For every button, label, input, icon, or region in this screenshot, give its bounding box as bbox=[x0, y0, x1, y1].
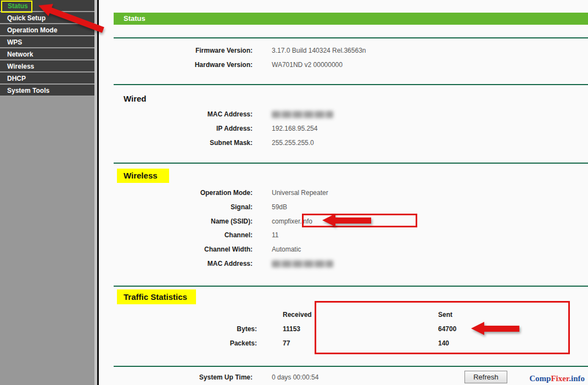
field-row-ssid: Name (SSID): compfixer.info bbox=[114, 217, 588, 226]
blurred-mac-address bbox=[272, 260, 333, 267]
logo-part: Fixer bbox=[551, 374, 569, 383]
page-title: Status bbox=[124, 14, 145, 23]
page-title-bar: Status bbox=[114, 13, 588, 25]
section-divider bbox=[114, 84, 588, 85]
field-value-blurred bbox=[272, 110, 333, 118]
traffic-row-packets: Packets: 77 140 bbox=[99, 339, 588, 348]
refresh-button[interactable]: Refresh bbox=[464, 371, 507, 383]
sidebar-item-status[interactable]: Status bbox=[0, 0, 94, 12]
field-value: compfixer.info bbox=[272, 217, 312, 225]
main-content: Status Firmware Version: 3.17.0 Build 14… bbox=[99, 0, 588, 385]
field-row-signal: Signal: 59dB bbox=[114, 203, 588, 212]
field-row-subnet: Subnet Mask: 255.255.255.0 bbox=[114, 139, 588, 148]
logo-part: Comp bbox=[529, 374, 551, 383]
traffic-col-sent: Sent bbox=[438, 311, 452, 319]
sidebar-item-operation-mode[interactable]: Operation Mode bbox=[0, 24, 94, 36]
field-row-wired-mac: MAC Address: bbox=[114, 110, 588, 119]
wired-section-title: Wired bbox=[124, 94, 147, 103]
field-row-ip: IP Address: 192.168.95.254 bbox=[114, 125, 588, 133]
traffic-header-row: Received Sent bbox=[99, 311, 588, 320]
logo-part: .info bbox=[569, 374, 585, 383]
sidebar-item-label: WPS bbox=[7, 38, 22, 46]
sidebar-item-network[interactable]: Network bbox=[0, 48, 94, 60]
traffic-bytes-sent: 64700 bbox=[438, 325, 456, 333]
sidebar-item-label: Status bbox=[8, 2, 28, 10]
traffic-col-received: Received bbox=[283, 311, 312, 319]
field-row-channel: Channel: 11 bbox=[114, 231, 588, 240]
field-value: 59dB bbox=[272, 203, 287, 211]
field-value: Automatic bbox=[272, 245, 301, 253]
sidebar-item-label: Wireless bbox=[7, 63, 34, 70]
field-value-blurred bbox=[272, 260, 333, 267]
traffic-packets-received: 77 bbox=[283, 339, 290, 347]
field-row-wireless-mac: MAC Address: bbox=[114, 260, 588, 269]
field-value: Universal Repeater bbox=[272, 189, 328, 197]
field-label: MAC Address: bbox=[114, 260, 253, 267]
field-label: IP Address: bbox=[114, 125, 253, 132]
sidebar-item-wireless[interactable]: Wireless bbox=[0, 60, 94, 72]
field-label: Channel Width: bbox=[114, 245, 253, 253]
section-divider bbox=[114, 366, 588, 367]
field-value: 3.17.0 Build 140324 Rel.36563n bbox=[272, 47, 366, 54]
field-row-hardware: Hardware Version: WA701ND v2 00000000 bbox=[114, 61, 588, 70]
traffic-row-bytes: Bytes: 11153 64700 bbox=[99, 325, 588, 334]
section-divider bbox=[114, 163, 588, 164]
field-row-uptime: System Up Time: 0 days 00:00:54 bbox=[114, 373, 588, 382]
sidebar-item-label: DHCP bbox=[7, 75, 26, 82]
field-row-firmware: Firmware Version: 3.17.0 Build 140324 Re… bbox=[114, 47, 588, 55]
sidebar-item-dhcp[interactable]: DHCP bbox=[0, 72, 94, 85]
field-label: Signal: bbox=[114, 203, 253, 211]
field-label: Channel: bbox=[114, 231, 253, 239]
field-label: Subnet Mask: bbox=[114, 139, 253, 147]
field-label: Name (SSID): bbox=[114, 217, 253, 225]
field-label: Hardware Version: bbox=[114, 61, 253, 69]
sidebar-item-wps[interactable]: WPS bbox=[0, 36, 94, 48]
sidebar-item-label: Operation Mode bbox=[7, 26, 57, 34]
traffic-section-title: Traffic Statistics bbox=[124, 292, 187, 302]
traffic-packets-sent: 140 bbox=[438, 339, 449, 347]
field-label: MAC Address: bbox=[114, 110, 253, 118]
wireless-section-title: Wireless bbox=[124, 171, 158, 180]
sidebar-item-label: System Tools bbox=[7, 87, 49, 94]
field-value: 255.255.255.0 bbox=[272, 139, 314, 147]
field-value: 0 days 00:00:54 bbox=[272, 373, 318, 381]
field-value: 11 bbox=[272, 231, 278, 239]
compfixer-logo: CompFixer.info bbox=[529, 374, 585, 383]
field-row-channel-width: Channel Width: Automatic bbox=[114, 245, 588, 254]
field-label: System Up Time: bbox=[114, 373, 253, 381]
field-row-operation-mode: Operation Mode: Universal Repeater bbox=[114, 189, 588, 198]
section-divider bbox=[114, 286, 588, 287]
sidebar-item-label: Quick Setup bbox=[7, 14, 46, 22]
section-divider bbox=[114, 37, 588, 38]
sidebar-item-label: Network bbox=[7, 51, 33, 58]
sidebar-item-quick-setup[interactable]: Quick Setup bbox=[0, 12, 94, 24]
status-highlight-box: Status bbox=[1, 1, 32, 13]
blurred-mac-address bbox=[272, 111, 333, 118]
sidebar: Status Quick Setup Operation Mode WPS Ne… bbox=[0, 0, 94, 385]
field-label: Operation Mode: bbox=[114, 189, 253, 197]
traffic-row-label: Bytes: bbox=[216, 325, 257, 333]
field-label: Firmware Version: bbox=[114, 47, 253, 54]
sidebar-item-system-tools[interactable]: System Tools bbox=[0, 85, 94, 97]
wireless-section-title-highlight: Wireless bbox=[117, 169, 169, 183]
traffic-row-label: Packets: bbox=[216, 339, 257, 347]
traffic-section-title-highlight: Traffic Statistics bbox=[117, 289, 196, 304]
traffic-bytes-received: 11153 bbox=[283, 325, 300, 333]
field-value: WA701ND v2 00000000 bbox=[272, 61, 343, 69]
field-value: 192.168.95.254 bbox=[272, 125, 317, 132]
